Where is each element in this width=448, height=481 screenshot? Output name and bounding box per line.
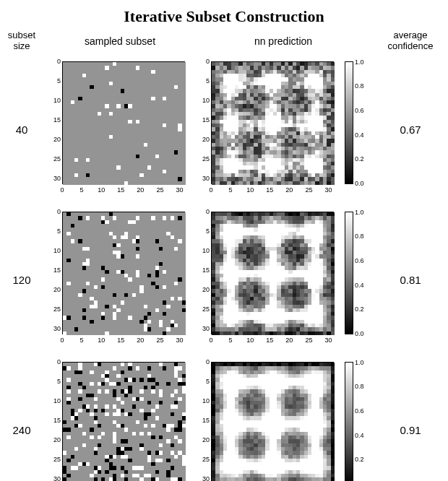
nn-prediction-heatmap xyxy=(212,363,335,481)
subset-size-value: 40 xyxy=(16,124,28,136)
figure-grid: subsetsize sampled subset nn prediction … xyxy=(0,30,448,481)
header-sampled-subset: sampled subset xyxy=(85,35,155,47)
sampled-subset-panel: 051015202530051015202530 xyxy=(48,358,192,481)
nn-prediction-panel: 051015202530051015202530 xyxy=(197,58,337,202)
sampled-subset-panel: 051015202530051015202530 xyxy=(48,58,192,202)
average-confidence-value: 0.81 xyxy=(400,274,421,286)
subset-size-value: 240 xyxy=(12,424,30,436)
sampled-subset-panel: 051015202530051015202530 xyxy=(48,208,192,352)
nn-prediction-panel: 051015202530051015202530 xyxy=(197,208,337,352)
figure-title: Iterative Subset Construction xyxy=(0,7,448,26)
nn-prediction-heatmap xyxy=(212,212,335,335)
sampled-subset-heatmap xyxy=(63,363,186,481)
header-avg-confidence: averageconfidence xyxy=(388,30,434,52)
colorbar: 1.00.80.60.40.20.0 xyxy=(342,212,370,338)
subset-size-value: 120 xyxy=(12,274,30,286)
nn-prediction-heatmap xyxy=(212,62,335,185)
header-nn-prediction: nn prediction xyxy=(254,35,312,47)
nn-prediction-panel: 051015202530051015202530 xyxy=(197,358,337,481)
average-confidence-value: 0.91 xyxy=(400,424,421,436)
header-subset-size: subsetsize xyxy=(8,30,35,52)
sampled-subset-heatmap xyxy=(63,212,186,335)
colorbar: 1.00.80.60.40.20.0 xyxy=(342,61,370,188)
average-confidence-value: 0.67 xyxy=(400,124,421,136)
colorbar: 1.00.80.60.40.20.0 xyxy=(342,362,370,481)
sampled-subset-heatmap xyxy=(63,62,186,185)
figure-iterative-subset: Iterative Subset Construction subsetsize… xyxy=(0,0,448,481)
